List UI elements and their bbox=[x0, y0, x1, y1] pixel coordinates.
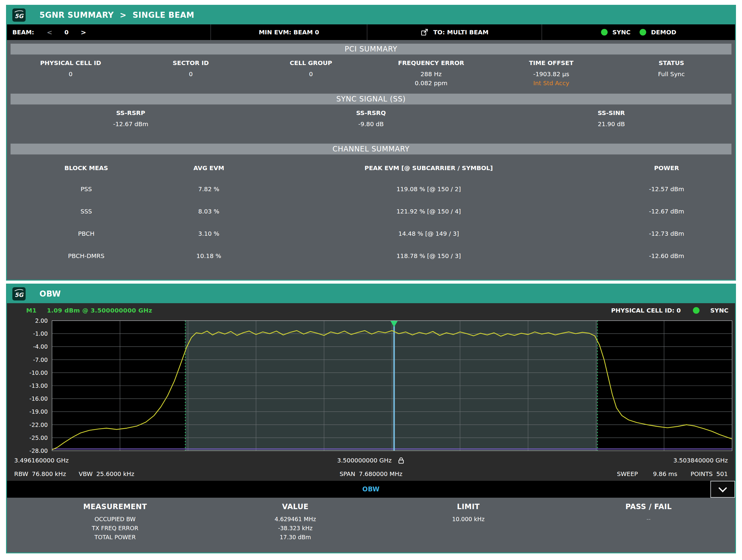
table-row-tx-freq-error: TX FREQ ERROR -38.323 kHz bbox=[10, 523, 732, 533]
col-header-avg-evm: AVG EVM bbox=[162, 164, 256, 172]
cell-block: PBCH bbox=[10, 230, 162, 237]
sweep-label: SWEEP bbox=[617, 470, 638, 478]
sync-signal-section-header: SYNC SIGNAL (SS) bbox=[10, 94, 732, 105]
pci-col-cell-group: CELL GROUP 0 bbox=[251, 59, 371, 88]
cell-peak-evm: 14.48 % [@ 149 / 3] bbox=[256, 230, 602, 237]
pci-summary-grid: PHYSICAL CELL ID 0 SECTOR ID 0 CELL GROU… bbox=[7, 55, 735, 89]
pci-summary-title: PCI SUMMARY bbox=[344, 45, 398, 53]
tab-obw[interactable]: OBW bbox=[362, 486, 380, 493]
col-header-pass-fail: PASS / FAIL bbox=[566, 503, 732, 511]
cell-power: -12.57 dBm bbox=[601, 185, 732, 193]
svg-text:2.00: 2.00 bbox=[35, 318, 48, 324]
logo-text: 5G bbox=[15, 13, 23, 19]
cell-value: 17.30 dBm bbox=[220, 533, 371, 542]
marker-m1-readout: 1.09 dBm @ 3.500000000 GHz bbox=[47, 307, 152, 314]
breadcrumb-separator: > bbox=[120, 10, 126, 19]
cell-power: -12.73 dBm bbox=[601, 230, 732, 237]
table-row-pbch: PBCH 3.10 % 14.48 % [@ 149 / 3] -12.73 d… bbox=[7, 223, 735, 245]
obw-spectrum-chart[interactable]: 2.00-1.00-4.00-7.00-10.00-13.00-16.00-19… bbox=[7, 318, 735, 454]
col-header-measurement: MEASUREMENT bbox=[10, 503, 220, 511]
freq-start-label: 3.496160000 GHz bbox=[14, 457, 69, 464]
svg-text:-19.00: -19.00 bbox=[30, 408, 48, 415]
breadcrumb: 5GNR SUMMARY > SINGLE BEAM bbox=[40, 10, 194, 19]
beam-next-button[interactable]: > bbox=[81, 29, 86, 36]
page: 5G 5GNR SUMMARY > SINGLE BEAM BEAM: < 0 … bbox=[0, 0, 742, 560]
ss-col-rsrq: SS-RSRQ -9.80 dB bbox=[251, 109, 491, 128]
col-header-peak-evm: PEAK EVM [@ SUBCARRIER / SYMBOL] bbox=[256, 164, 602, 172]
cell-avg-evm: 10.18 % bbox=[162, 252, 256, 260]
marker-m1-label: M1 bbox=[26, 307, 37, 314]
summary-panel-header: 5G 5GNR SUMMARY > SINGLE BEAM bbox=[7, 6, 735, 24]
cell-avg-evm: 7.82 % bbox=[162, 185, 256, 193]
points-value: 501 bbox=[717, 470, 728, 478]
cell-avg-evm: 8.03 % bbox=[162, 208, 256, 215]
lock-icon[interactable] bbox=[397, 456, 405, 464]
beam-label: BEAM: bbox=[12, 29, 34, 36]
to-multi-beam-label: TO: MULTI BEAM bbox=[433, 29, 489, 36]
app-5g-logo-icon: 5G bbox=[12, 287, 25, 300]
table-row-pbch-dmrs: PBCH-DMRS 10.18 % 118.78 % [@ 150 / 3] -… bbox=[7, 245, 735, 267]
min-evm-label: MIN EVM: BEAM 0 bbox=[259, 29, 319, 36]
demod-status-dot bbox=[640, 29, 646, 36]
int-std-accy-warning: Int Std Accy bbox=[491, 78, 611, 88]
cell-block: SSS bbox=[10, 208, 162, 215]
svg-text:-22.00: -22.00 bbox=[30, 422, 48, 428]
status-indicators: SYNC DEMOD bbox=[542, 24, 735, 40]
sweep-points-group: SWEEP 9.86 ms POINTS 501 bbox=[617, 470, 728, 478]
cell-power: -12.60 dBm bbox=[601, 252, 732, 260]
pci-label: STATUS bbox=[611, 59, 732, 66]
rbw-value: 76.800 kHz bbox=[32, 470, 66, 478]
pci-label: PHYSICAL CELL ID bbox=[10, 59, 131, 66]
span-settings-group: SPAN 7.680000 MHz bbox=[339, 470, 403, 478]
beam-prev-button[interactable]: < bbox=[47, 29, 52, 36]
cell-peak-evm: 118.78 % [@ 150 / 3] bbox=[256, 252, 602, 260]
pci-label: TIME OFFSET bbox=[491, 59, 611, 66]
cell-value: -38.323 kHz bbox=[220, 523, 371, 533]
rbw-label: RBW bbox=[14, 470, 28, 478]
vbw-label: VBW bbox=[78, 470, 93, 478]
obw-panel-title: OBW bbox=[40, 289, 61, 298]
table-row-occupied-bw: OCCUPIED BW 4.629461 MHz 10.000 kHz -- bbox=[10, 514, 732, 523]
span-value: 7.680000 MHz bbox=[359, 470, 403, 478]
obw-sync-status-dot bbox=[693, 307, 699, 314]
obw-pci-readout: PHYSICAL CELL ID: 0 bbox=[611, 307, 681, 314]
pci-value2: 0.082 ppm bbox=[371, 78, 491, 88]
sweep-settings-row: RBW 76.800 kHz VBW 25.6000 kHz SPAN 7.68… bbox=[7, 467, 735, 481]
sync-signal-grid: SS-RSRP -12.67 dBm SS-RSRQ -9.80 dB SS-S… bbox=[7, 105, 735, 130]
cell-block: PSS bbox=[10, 185, 162, 193]
ss-value: -9.80 dB bbox=[251, 119, 491, 128]
cell-limit: 10.000 kHz bbox=[371, 514, 566, 523]
svg-text:-4.00: -4.00 bbox=[33, 343, 48, 350]
cell-peak-evm: 119.08 % [@ 150 / 2] bbox=[256, 185, 602, 193]
page-title: 5GNR SUMMARY bbox=[40, 10, 114, 19]
pci-col-sector-id: SECTOR ID 0 bbox=[131, 59, 251, 88]
logo-text: 5G bbox=[15, 291, 23, 298]
freq-center-label: 3.500000000 GHz bbox=[337, 457, 392, 464]
span-label: SPAN bbox=[339, 470, 355, 478]
frequency-axis-labels: 3.496160000 GHz 3.500000000 GHz 3.503840… bbox=[7, 454, 735, 467]
table-row-pss: PSS 7.82 % 119.08 % [@ 150 / 2] -12.57 d… bbox=[7, 178, 735, 200]
pci-value: 0 bbox=[131, 69, 251, 78]
ss-value: -12.67 dBm bbox=[10, 119, 251, 128]
ss-label: SS-RSRQ bbox=[251, 109, 491, 116]
ss-label: SS-SINR bbox=[491, 109, 732, 116]
pci-label: FREQUENCY ERROR bbox=[371, 59, 491, 66]
ss-label: SS-RSRP bbox=[10, 109, 251, 116]
collapse-button[interactable] bbox=[710, 481, 735, 498]
cell-value: 4.629461 MHz bbox=[220, 514, 371, 523]
svg-text:-10.00: -10.00 bbox=[30, 370, 48, 376]
min-evm-button[interactable]: MIN EVM: BEAM 0 bbox=[211, 24, 368, 40]
svg-text:-13.00: -13.00 bbox=[30, 382, 48, 389]
pci-value: Full Sync bbox=[611, 69, 732, 78]
obw-chart-svg: 2.00-1.00-4.00-7.00-10.00-13.00-16.00-19… bbox=[7, 318, 735, 454]
measurement-table-headers: MEASUREMENT VALUE LIMIT PASS / FAIL bbox=[10, 503, 732, 511]
vbw-value: 25.6000 kHz bbox=[96, 470, 135, 478]
pci-value: 0 bbox=[251, 69, 371, 78]
beam-value[interactable]: 0 bbox=[64, 29, 69, 36]
logo-swoosh-icon bbox=[14, 10, 24, 13]
to-multi-beam-button[interactable]: TO: MULTI BEAM bbox=[367, 24, 542, 40]
ss-value: 21.90 dB bbox=[491, 119, 732, 128]
obw-tab-bar: OBW bbox=[7, 481, 735, 498]
svg-text:-25.00: -25.00 bbox=[30, 435, 48, 441]
sync-status-label: SYNC bbox=[613, 29, 631, 36]
